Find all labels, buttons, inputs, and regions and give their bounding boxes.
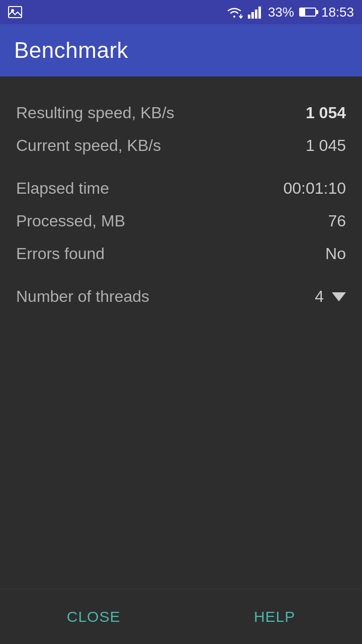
close-button[interactable]: CLOSE [47,598,141,635]
main-content: Resulting speed, KB/s 1 054 Current spee… [0,76,362,313]
svg-rect-4 [255,10,257,19]
errors-found-value: No [325,245,346,263]
threads-row[interactable]: Number of threads 4 [16,280,346,313]
status-bar: 33% 18:53 [0,0,362,24]
help-button[interactable]: HELP [234,598,315,635]
svg-rect-2 [248,15,250,19]
status-icons: 33% 18:53 [226,5,354,20]
battery-icon [299,8,316,17]
current-speed-row: Current speed, KB/s 1 045 [16,129,346,162]
page-title: Benchmark [14,38,128,63]
errors-found-row: Errors found No [16,237,346,270]
current-speed-value: 1 045 [306,136,346,155]
svg-rect-0 [9,7,22,18]
clock: 18:53 [321,5,354,20]
resulting-speed-row: Resulting speed, KB/s 1 054 [16,97,346,129]
resulting-speed-value: 1 054 [306,104,346,122]
processed-row: Processed, MB 76 [16,205,346,237]
threads-label: Number of threads [16,287,149,306]
threads-value: 4 [315,287,324,306]
svg-rect-3 [251,12,254,19]
signal-icon [248,6,263,19]
bottom-bar: CLOSE HELP [0,589,362,644]
elapsed-time-label: Elapsed time [16,179,109,198]
elapsed-time-row: Elapsed time 00:01:10 [16,172,346,205]
toolbar: Benchmark [0,24,362,76]
wifi-icon [226,6,243,19]
current-speed-label: Current speed, KB/s [16,136,161,155]
errors-found-label: Errors found [16,245,105,263]
image-icon [8,5,22,21]
chevron-down-icon [332,292,346,301]
battery-percentage: 33% [268,5,294,20]
svg-rect-5 [258,7,261,19]
processed-value: 76 [328,212,346,230]
threads-selector[interactable]: 4 [315,287,346,306]
resulting-speed-label: Resulting speed, KB/s [16,104,174,122]
processed-label: Processed, MB [16,212,125,230]
elapsed-time-value: 00:01:10 [283,179,346,198]
